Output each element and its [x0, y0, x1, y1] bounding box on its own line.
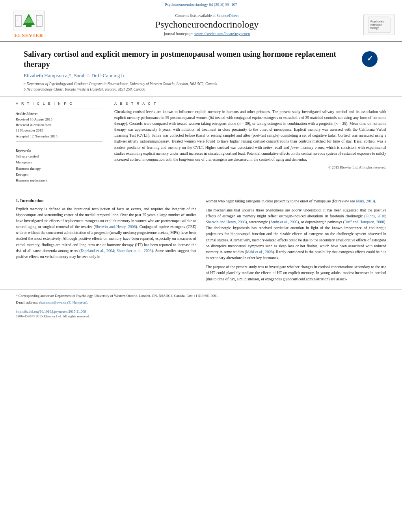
footnote-email: E-mail address: ehampson@uwa.ca (E. Hamp… — [16, 300, 386, 306]
keyword-4: Estrogen — [16, 172, 102, 178]
article-info-abstract: A R T I C L E I N F O Article history: R… — [0, 97, 402, 188]
ref-sherwin[interactable]: Sherwin and Henry, 2008 — [95, 224, 136, 229]
abstract-heading: A B S T R A C T — [114, 102, 386, 106]
ref-maki-2013[interactable]: Maki, 2013 — [356, 199, 374, 203]
copyright-line: © 2015 Elsevier Ltd. All rights reserved… — [114, 165, 386, 169]
article-header: Salivary cortisol and explicit memory in… — [0, 42, 402, 97]
history-title: Article history: — [16, 111, 102, 115]
svg-text:nology: nology — [370, 26, 379, 30]
accepted-date: Accepted 12 November 2015 — [16, 133, 102, 139]
intro-para-3: The mechanisms that underlie these pheno… — [206, 207, 386, 261]
svg-text:✓: ✓ — [367, 55, 373, 63]
body-left-column: 1. Introduction Explicit memory is defin… — [16, 198, 196, 285]
keyword-1: Salivary cortisol — [16, 154, 102, 159]
footnote-section: * Corresponding author at: Department of… — [0, 289, 402, 308]
elsevier-label: ELSEVIER — [14, 32, 43, 39]
title-row: Salivary cortisol and explicit memory in… — [24, 49, 378, 69]
intro-para-1: Explicit memory is defined as the intent… — [16, 206, 196, 260]
section-divider — [16, 190, 386, 190]
received-date: Received 10 August 2015 — [16, 117, 102, 122]
article-authors: Elizabeth Hampson a,*, Sarah J. Duff-Can… — [24, 72, 378, 79]
footnote-text: * Corresponding author at: Department of… — [16, 293, 386, 299]
ref-duff[interactable]: Duff and Hampson, 2000 — [344, 220, 384, 224]
article-history-block: Article history: Received 10 August 2015… — [16, 109, 102, 142]
svg-marker-2 — [24, 16, 34, 23]
intro-para-2: women who begin taking estrogens in clos… — [206, 198, 386, 204]
svg-text:≡: ≡ — [17, 19, 18, 21]
ref-maki-2008[interactable]: Maki et al., 2008 — [246, 250, 273, 254]
svg-text:≡: ≡ — [37, 19, 39, 21]
doi-line: http://dx.doi.org/10.1016/j.psyneuen.201… — [0, 308, 402, 314]
elsevier-logo-image: ≡ ≡ — [13, 11, 45, 31]
keyword-5: Hormone replacement — [16, 178, 102, 184]
ref-espeland[interactable]: Espeland et al., 2004; Shumaker et al., … — [81, 248, 152, 253]
article-info-heading: A R T I C L E I N F O — [16, 102, 102, 106]
svg-text:roendocri: roendocri — [370, 23, 382, 26]
main-body: 1. Introduction Explicit memory is defin… — [0, 192, 402, 289]
crossmark-logo: Psychoneu roendocri nology — [363, 15, 395, 35]
ref-amin[interactable]: Amin et al., 2005 — [270, 220, 298, 224]
sciencedirect-link[interactable]: ScienceDirect — [216, 13, 238, 18]
rights-line: 0306-4530/© 2015 Elsevier Ltd. All right… — [0, 314, 402, 322]
doi-link[interactable]: http://dx.doi.org/10.1016/j.psyneuen.201… — [16, 310, 86, 313]
article-title: Salivary cortisol and explicit memory in… — [24, 49, 361, 69]
journal-title: Psychoneuroendocrinology — [50, 19, 363, 30]
revised-date: 12 November 2015 — [16, 128, 102, 133]
keywords-title: Keywords: — [16, 148, 102, 152]
journal-header: ≡ ≡ ELSEVIER Contents lists available at… — [0, 7, 402, 42]
abstract-column: A B S T R A C T Circulating cortisol lev… — [114, 102, 386, 184]
crossmark-badge: ✓ — [361, 50, 378, 68]
contents-available: Contents lists available at ScienceDirec… — [50, 13, 363, 18]
abstract-text: Circulating cortisol levels are known to… — [114, 109, 386, 163]
intro-para-4: The purpose of the present study was to … — [206, 264, 386, 282]
elsevier-logo: ≡ ≡ ELSEVIER — [7, 11, 50, 39]
crossmark-svg: Psychoneu roendocri nology — [367, 16, 391, 33]
keyword-3: Hormone therapy — [16, 166, 102, 172]
article-info-column: A R T I C L E I N F O Article history: R… — [16, 102, 102, 184]
email-link[interactable]: ehampson@uwa.ca (E. Hampson). — [39, 300, 88, 304]
intro-heading: 1. Introduction — [16, 198, 196, 203]
affiliation-b: b Neuropsychology Clinic, Toronto Wester… — [24, 87, 378, 92]
elsevier-svg-icon: ≡ ≡ — [15, 12, 43, 30]
keywords-block: Keywords: Salivary cortisol Menopause Ho… — [16, 146, 102, 184]
journal-reference: Psychoneuroendocrinology 64 (2016) 99–10… — [0, 0, 402, 7]
journal-center: Contents lists available at ScienceDirec… — [50, 13, 363, 36]
svg-text:Psychoneu: Psychoneu — [370, 20, 384, 23]
journal-homepage: journal homepage: www.elsevier.com/locat… — [50, 32, 363, 36]
received-revised-label: Received in revised form — [16, 122, 102, 128]
body-right-column: women who begin taking estrogens in clos… — [206, 198, 386, 285]
keyword-2: Menopause — [16, 159, 102, 165]
homepage-link[interactable]: www.elsevier.com/locate/psyneuen — [194, 32, 250, 36]
affiliation-a: a Department of Psychology and Graduate … — [24, 81, 378, 87]
